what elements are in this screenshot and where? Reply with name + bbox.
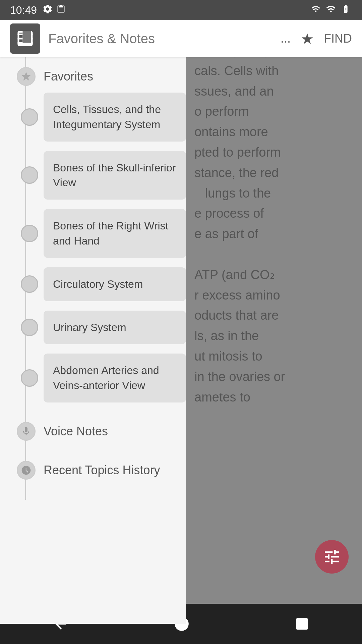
favorite-item-skull[interactable]: Bones of the Skull-inferior View <box>44 151 186 200</box>
voice-notes-section[interactable]: Voice Notes <box>17 412 186 451</box>
settings-overlay-button[interactable] <box>315 540 349 574</box>
voice-notes-dot <box>17 422 36 441</box>
svg-rect-2 <box>296 618 308 630</box>
favorites-list: Cells, Tissues, and the Integumentary Sy… <box>44 93 186 402</box>
favorite-item-abdomen[interactable]: Abdomen Arteries and Veins-anterior View <box>44 354 186 402</box>
header-title: Favorites & Notes <box>48 31 281 46</box>
status-bar: 10:49 <box>0 0 362 20</box>
header-actions: ... ★ FIND <box>281 30 352 47</box>
favorite-item-urinary[interactable]: Urinary System <box>44 311 186 344</box>
app-header: Favorites & Notes ... ★ FIND <box>0 20 362 57</box>
settings-icon <box>42 4 53 17</box>
main-layout: he body; they are cals. Cells with ssues… <box>0 20 362 624</box>
recent-button[interactable] <box>294 616 310 632</box>
favorites-label: Favorites <box>44 69 93 84</box>
status-icons-right <box>310 4 352 16</box>
sidebar-panel: Favorites Cells, Tissues, and the Integu… <box>0 57 186 624</box>
signal-icon <box>326 4 336 16</box>
more-button[interactable]: ... <box>281 32 291 46</box>
status-time: 10:49 <box>10 4 37 16</box>
menu-icon[interactable] <box>10 23 40 54</box>
clipboard-icon <box>56 4 66 17</box>
star-button[interactable]: ★ <box>301 30 314 47</box>
find-button[interactable]: FIND <box>324 32 352 46</box>
favorites-dot <box>17 67 36 86</box>
favorite-item-cells[interactable]: Cells, Tissues, and the Integumentary Sy… <box>44 93 186 142</box>
recent-topics-dot <box>17 461 36 480</box>
wifi-icon <box>310 4 322 16</box>
recent-topics-label: Recent Topics History <box>44 463 160 477</box>
favorites-section-header: Favorites <box>17 67 186 86</box>
bg-text: he body; they are cals. Cells with ssues… <box>194 40 349 407</box>
voice-notes-label: Voice Notes <box>44 424 108 438</box>
status-icons-left <box>42 4 66 17</box>
timeline: Favorites Cells, Tissues, and the Integu… <box>0 57 186 500</box>
recent-topics-section[interactable]: Recent Topics History <box>17 451 186 490</box>
bg-content: he body; they are cals. Cells with ssues… <box>181 20 362 624</box>
battery-icon <box>340 4 352 16</box>
favorite-item-circulatory[interactable]: Circulatory System <box>44 267 186 301</box>
favorite-item-wrist[interactable]: Bones of the Right Wrist and Hand <box>44 209 186 258</box>
status-left: 10:49 <box>10 4 66 17</box>
